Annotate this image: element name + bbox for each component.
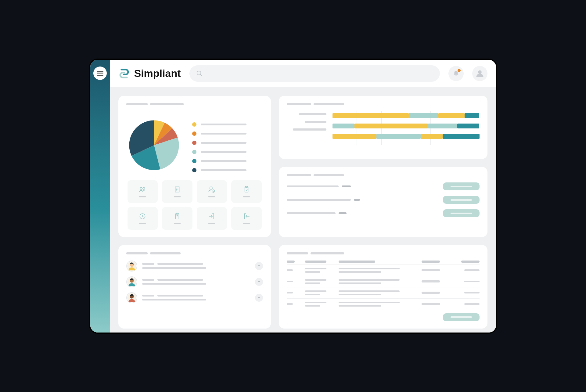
legend-label: [201, 142, 246, 144]
brand-logo-icon: [117, 67, 131, 81]
cell-2b: [339, 305, 381, 307]
cell-4: [464, 303, 480, 305]
timeline-chart: [333, 111, 480, 145]
topbar: Simpliant: [110, 60, 496, 87]
legend-item: [192, 141, 246, 145]
alert-extra: [339, 212, 347, 214]
legend-item: [192, 122, 246, 127]
pie-chart: [128, 119, 180, 171]
avatar-icon: [127, 292, 137, 303]
cell-1a: [305, 279, 326, 281]
search-icon: [196, 70, 203, 77]
person-row: [126, 276, 263, 287]
cell-2a: [339, 268, 400, 269]
shortcut-clipboard[interactable]: [162, 207, 192, 230]
alert-extra: [354, 199, 360, 201]
people-card: [118, 245, 271, 329]
shortcut-user-check[interactable]: [197, 180, 227, 203]
search-field[interactable]: [206, 71, 433, 76]
alert-text: [287, 185, 339, 187]
cell-status: [422, 269, 440, 271]
profile-button[interactable]: [472, 66, 487, 81]
menu-button[interactable]: [93, 67, 107, 80]
cell-status: [422, 280, 440, 282]
cell-0: [287, 292, 293, 293]
shortcut-clipboard-check[interactable]: [231, 180, 262, 203]
main-area: Simpliant: [110, 60, 496, 333]
user-check-icon: [208, 185, 216, 193]
cell-2b: [339, 271, 381, 273]
alerts-title: [287, 174, 480, 176]
shortcut-label: [174, 196, 181, 197]
cell-1b: [305, 271, 320, 273]
person-sub1: [157, 279, 203, 281]
building-icon: [173, 185, 181, 193]
cell-1b: [305, 294, 320, 295]
timeline-bar: [428, 124, 457, 128]
legend-item: [192, 159, 246, 163]
hamburger-icon: [97, 71, 103, 76]
svg-point-3: [140, 188, 142, 190]
dashboard-content: [110, 87, 496, 333]
expand-button[interactable]: [255, 262, 263, 270]
avatar-icon: [127, 276, 137, 287]
shortcut-logout[interactable]: [231, 207, 262, 230]
legend-label: [201, 124, 246, 125]
overview-title: [126, 103, 263, 105]
alert-text: [287, 199, 351, 201]
table-footer-action[interactable]: [443, 313, 480, 321]
login-icon: [208, 212, 216, 220]
cell-2b: [339, 294, 381, 295]
shortcut-building[interactable]: [162, 180, 192, 203]
alert-action-button[interactable]: [443, 182, 480, 190]
chevron-down-icon: [257, 264, 261, 268]
table-row: [287, 298, 480, 310]
table-row: [287, 287, 480, 298]
table-col-2: [339, 261, 375, 263]
clock-icon: [138, 212, 146, 220]
alert-action-button[interactable]: [443, 196, 480, 204]
table-title: [287, 252, 480, 254]
notifications-button[interactable]: [448, 66, 464, 81]
person-name: [142, 295, 154, 297]
search-input[interactable]: [189, 65, 440, 82]
person-name: [142, 263, 154, 265]
sidebar: [90, 60, 110, 333]
timeline-row-label: [305, 121, 326, 123]
timeline-bar: [443, 134, 480, 139]
cell-1a: [305, 302, 326, 303]
table-col-1: [305, 261, 326, 263]
legend-dot-icon: [192, 159, 196, 163]
cell-status: [422, 303, 440, 305]
cell-status: [422, 292, 440, 294]
table-row: [287, 276, 480, 287]
notification-dot-icon: [458, 69, 461, 72]
legend-label: [201, 133, 246, 135]
shortcut-clock[interactable]: [128, 207, 158, 230]
shortcut-people[interactable]: [128, 180, 158, 203]
chevron-down-icon: [257, 280, 261, 284]
cell-4: [464, 281, 480, 282]
shortcut-label: [243, 196, 250, 197]
alert-action-button[interactable]: [443, 209, 480, 217]
person-row: [126, 261, 263, 272]
legend-item: [192, 131, 246, 136]
alert-action-label: [451, 213, 472, 214]
shortcut-label: [174, 223, 181, 224]
alert-row: [287, 209, 480, 217]
svg-point-0: [197, 71, 201, 75]
cell-2a: [339, 290, 400, 292]
alert-extra: [342, 185, 351, 187]
cell-0: [287, 303, 293, 305]
expand-button[interactable]: [255, 294, 263, 302]
expand-button[interactable]: [255, 278, 263, 286]
svg-point-11: [210, 187, 213, 189]
table-footer-action-label: [451, 316, 472, 318]
svg-point-4: [143, 188, 145, 190]
timeline-bar: [465, 113, 479, 118]
timeline-bar: [457, 124, 479, 128]
shortcut-login[interactable]: [197, 207, 227, 230]
timeline-bar: [376, 134, 421, 139]
legend-item: [192, 168, 246, 172]
people-title: [126, 252, 263, 254]
